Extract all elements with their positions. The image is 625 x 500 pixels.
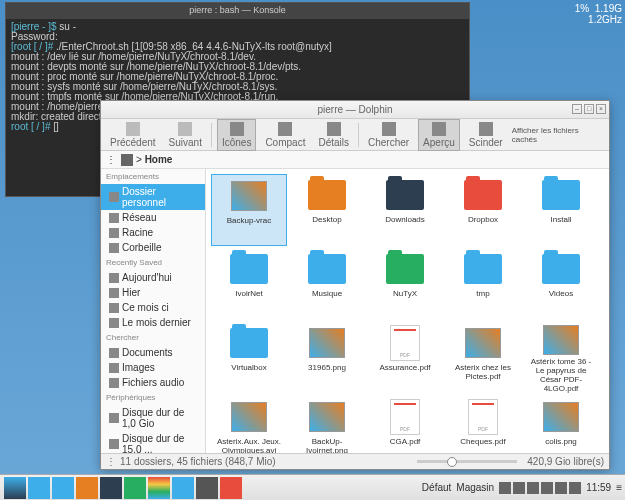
file-label: 31965.png — [308, 363, 346, 372]
sidebar-item[interactable]: Fichiers audio — [101, 375, 205, 390]
sidebar-section-header: Recently Saved — [101, 255, 205, 270]
clock[interactable]: 11:59 — [586, 482, 611, 493]
file-grid[interactable]: Backup-vracDesktopDownloadsDropboxInstal… — [206, 169, 609, 453]
home-icon — [121, 154, 133, 166]
file-item[interactable]: Assurance.pdf — [367, 322, 443, 394]
tray-icon[interactable] — [513, 482, 525, 494]
sidebar-item[interactable]: Disque dur de 1,0 Gio — [101, 405, 205, 431]
pager-label-2[interactable]: Magasin — [456, 482, 494, 493]
sidebar-item[interactable]: Disque dur de 15,0 ... — [101, 431, 205, 453]
tray-icon[interactable] — [555, 482, 567, 494]
file-item[interactable]: NuTyX — [367, 248, 443, 320]
file-item[interactable]: Dropbox — [445, 174, 521, 246]
place-icon — [109, 318, 119, 328]
taskbar-app-8[interactable] — [220, 477, 242, 499]
breadcrumb[interactable]: ⋮ > Home — [101, 151, 609, 169]
nav-next-button[interactable]: Suivant — [165, 120, 206, 150]
file-item[interactable]: Cheques.pdf — [445, 396, 521, 453]
term-title: pierre : bash — Konsole — [6, 3, 469, 19]
place-icon — [109, 288, 119, 298]
grid-icon — [230, 122, 244, 136]
file-item[interactable]: Downloads — [367, 174, 443, 246]
image-thumb-icon — [543, 402, 579, 432]
tray-icon[interactable] — [541, 482, 553, 494]
preview-button[interactable]: Aperçu — [418, 119, 460, 151]
file-item[interactable]: Videos — [523, 248, 599, 320]
sidebar-item[interactable]: Dossier personnel — [101, 184, 205, 210]
sidebar-item[interactable]: Images — [101, 360, 205, 375]
file-item[interactable]: BackUp-Ivoirnet.png — [289, 396, 365, 453]
minimize-button[interactable]: – — [572, 104, 582, 114]
file-item[interactable]: Astérix tome 36 - Le papyrus de César PD… — [523, 322, 599, 394]
sidebar-section-header: Emplacements — [101, 169, 205, 184]
file-item[interactable]: CGA.pdf — [367, 396, 443, 453]
file-item[interactable]: colis.png — [523, 396, 599, 453]
sidebar-item[interactable]: Aujourd'hui — [101, 270, 205, 285]
sidebar-item[interactable]: Ce mois ci — [101, 300, 205, 315]
place-icon — [109, 363, 119, 373]
file-label: Desktop — [312, 215, 341, 224]
taskbar-app-2[interactable] — [52, 477, 74, 499]
place-icon — [109, 192, 119, 202]
tray-icon[interactable] — [527, 482, 539, 494]
file-item[interactable]: Asterix.Aux. Jeux. Olympiques.avi — [211, 396, 287, 453]
file-label: Downloads — [385, 215, 425, 224]
preview-icon — [432, 122, 446, 136]
file-item[interactable]: Backup-vrac — [211, 174, 287, 246]
image-thumb-icon — [231, 402, 267, 432]
taskbar-app-4[interactable] — [100, 477, 122, 499]
file-item[interactable]: tmp — [445, 248, 521, 320]
file-label: Astérix tome 36 - Le papyrus de César PD… — [526, 357, 596, 393]
hidden-files-toggle[interactable]: Afficher les fichiers cachés — [512, 126, 604, 144]
tray-icon[interactable] — [499, 482, 511, 494]
file-item[interactable]: Desktop — [289, 174, 365, 246]
taskbar-app-7[interactable] — [196, 477, 218, 499]
taskbar-chrome[interactable] — [148, 477, 170, 499]
sidebar-item[interactable]: Corbeille — [101, 240, 205, 255]
search-button[interactable]: Chercher — [364, 120, 413, 150]
folder-icon — [308, 180, 346, 210]
taskbar-app-3[interactable] — [76, 477, 98, 499]
search-icon — [382, 122, 396, 136]
file-item[interactable]: IvoirNet — [211, 248, 287, 320]
pager-label-1[interactable]: Défaut — [422, 482, 451, 493]
file-label: IvoirNet — [235, 289, 263, 298]
nav-prev-button[interactable]: Précédent — [106, 120, 160, 150]
start-button[interactable] — [4, 477, 26, 499]
file-item[interactable]: Install — [523, 174, 599, 246]
file-label: tmp — [476, 289, 489, 298]
zoom-slider[interactable] — [417, 460, 517, 463]
show-desktop[interactable]: ≡ — [616, 482, 622, 493]
maximize-button[interactable]: □ — [584, 104, 594, 114]
file-item[interactable]: Virtualbox — [211, 322, 287, 394]
file-label: Videos — [549, 289, 573, 298]
file-label: Asterix chez les Pictes.pdf — [448, 363, 518, 381]
folder-icon — [386, 180, 424, 210]
file-label: Install — [551, 215, 572, 224]
sidebar-item[interactable]: Hier — [101, 285, 205, 300]
taskbar-app-6[interactable] — [172, 477, 194, 499]
window-title[interactable]: pierre — Dolphin – □ × — [101, 101, 609, 119]
sidebar-item[interactable]: Le mois dernier — [101, 315, 205, 330]
file-label: Virtualbox — [231, 363, 266, 372]
file-label: Cheques.pdf — [460, 437, 505, 446]
split-button[interactable]: Scinder — [465, 120, 507, 150]
taskbar-app-5[interactable] — [124, 477, 146, 499]
sidebar-item[interactable]: Documents — [101, 345, 205, 360]
system-tray[interactable] — [499, 482, 581, 494]
view-icons-button[interactable]: Icônes — [217, 119, 256, 151]
file-item[interactable]: 31965.png — [289, 322, 365, 394]
close-button[interactable]: × — [596, 104, 606, 114]
file-item[interactable]: Asterix chez les Pictes.pdf — [445, 322, 521, 394]
dolphin-window: pierre — Dolphin – □ × Précédent Suivant… — [100, 100, 610, 470]
file-label: NuTyX — [393, 289, 417, 298]
file-label: Asterix.Aux. Jeux. Olympiques.avi — [214, 437, 284, 453]
sidebar-item[interactable]: Racine — [101, 225, 205, 240]
tray-icon[interactable] — [569, 482, 581, 494]
sidebar-item[interactable]: Réseau — [101, 210, 205, 225]
file-item[interactable]: Musique — [289, 248, 365, 320]
system-monitor: 1% 1.19G 1.2GHz — [575, 3, 622, 25]
taskbar-app-1[interactable] — [28, 477, 50, 499]
view-details-button[interactable]: Détails — [314, 120, 353, 150]
view-compact-button[interactable]: Compact — [261, 120, 309, 150]
